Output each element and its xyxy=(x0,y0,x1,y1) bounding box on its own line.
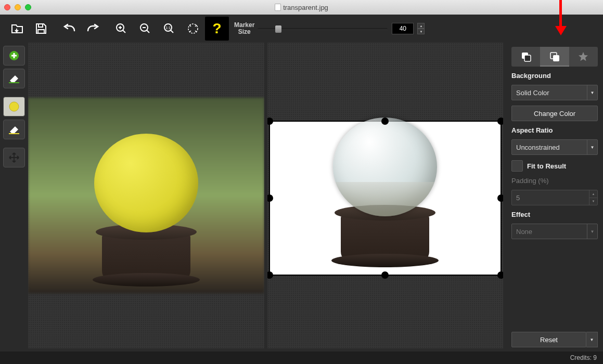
foreground-erase-button[interactable] xyxy=(3,120,25,139)
background-label: Background xyxy=(511,72,598,80)
reset-button[interactable]: Reset xyxy=(511,332,586,347)
effect-select[interactable]: None ▼ xyxy=(511,224,598,239)
tab-background[interactable] xyxy=(540,47,569,67)
fit-to-result-checkbox[interactable] xyxy=(511,160,523,172)
svg-rect-11 xyxy=(553,55,559,61)
crop-handle-br[interactable] xyxy=(497,271,503,279)
padding-input[interactable]: 5 ▲▼ xyxy=(511,190,598,205)
zoom-actual-button[interactable]: 1:1 xyxy=(157,17,181,41)
aspect-ratio-label: Aspect Ratio xyxy=(511,126,598,134)
marker-size-label: Marker Size xyxy=(234,22,254,35)
aspect-ratio-select[interactable]: Unconstrained ▼ xyxy=(511,139,598,155)
open-file-button[interactable] xyxy=(5,17,29,41)
window-titlebar: transparent.jpg xyxy=(0,0,603,15)
zoom-fit-button[interactable] xyxy=(181,17,205,41)
chevron-down-icon: ▼ xyxy=(590,337,594,342)
stepper-up[interactable]: ▲ xyxy=(417,23,425,29)
result-canvas[interactable] xyxy=(267,43,504,348)
marker-size-stepper[interactable]: ▲ ▼ xyxy=(417,23,425,34)
change-color-button[interactable]: Change Color xyxy=(511,106,598,121)
reset-menu-button[interactable]: ▼ xyxy=(586,332,598,347)
svg-text:?: ? xyxy=(212,21,221,36)
minimize-window-button[interactable] xyxy=(15,4,21,10)
effect-label: Effect xyxy=(511,211,598,218)
help-button[interactable]: ? xyxy=(205,17,229,41)
redo-button[interactable] xyxy=(81,17,105,41)
background-mode-select[interactable]: Solid Color ▼ xyxy=(511,85,598,100)
credits-label: Credits: 9 xyxy=(570,354,597,361)
chevron-down-icon: ▼ xyxy=(591,90,595,95)
crop-handle-mr[interactable] xyxy=(497,194,503,202)
chevron-down-icon: ▼ xyxy=(591,145,595,150)
save-button[interactable] xyxy=(29,17,53,41)
window-title: transparent.jpg xyxy=(283,4,328,11)
stepper-up[interactable]: ▲ xyxy=(589,190,597,198)
foreground-brush-button[interactable] xyxy=(3,97,25,116)
left-toolbar xyxy=(0,43,28,352)
svg-point-7 xyxy=(9,102,19,111)
svg-rect-9 xyxy=(524,55,531,61)
crop-handle-ml[interactable] xyxy=(267,194,273,202)
zoom-in-button[interactable] xyxy=(109,17,133,41)
erase-mark-button[interactable] xyxy=(3,69,25,88)
crop-handle-tl[interactable] xyxy=(267,118,273,125)
top-toolbar: 1:1 ? Marker Size ▲ ▼ xyxy=(0,15,603,43)
svg-text:1:1: 1:1 xyxy=(165,26,171,30)
marker-size-input[interactable] xyxy=(392,23,414,34)
padding-label: Padding (%) xyxy=(511,177,598,185)
crop-handle-bm[interactable] xyxy=(381,271,389,279)
tab-foreground[interactable] xyxy=(511,47,540,67)
undo-button[interactable] xyxy=(57,17,81,41)
stepper-down[interactable]: ▼ xyxy=(417,29,425,34)
status-bar: Credits: 9 xyxy=(0,352,603,364)
settings-panel: Background Solid Color ▼ Change Color As… xyxy=(506,43,603,352)
fit-to-result-label: Fit to Result xyxy=(527,162,566,170)
marker-size-slider[interactable] xyxy=(258,24,388,33)
document-icon xyxy=(275,4,281,11)
crop-handle-bl[interactable] xyxy=(267,271,273,279)
crop-handle-tr[interactable] xyxy=(497,118,503,125)
zoom-window-button[interactable] xyxy=(25,4,31,10)
crop-frame[interactable] xyxy=(269,121,502,276)
stepper-down[interactable]: ▼ xyxy=(589,198,597,205)
add-mark-button[interactable] xyxy=(3,46,25,66)
pan-tool-button[interactable] xyxy=(3,148,25,167)
close-window-button[interactable] xyxy=(4,4,10,10)
source-canvas[interactable] xyxy=(28,43,264,348)
tab-effects[interactable] xyxy=(569,47,598,67)
chevron-down-icon: ▼ xyxy=(591,229,595,234)
zoom-out-button[interactable] xyxy=(133,17,157,41)
